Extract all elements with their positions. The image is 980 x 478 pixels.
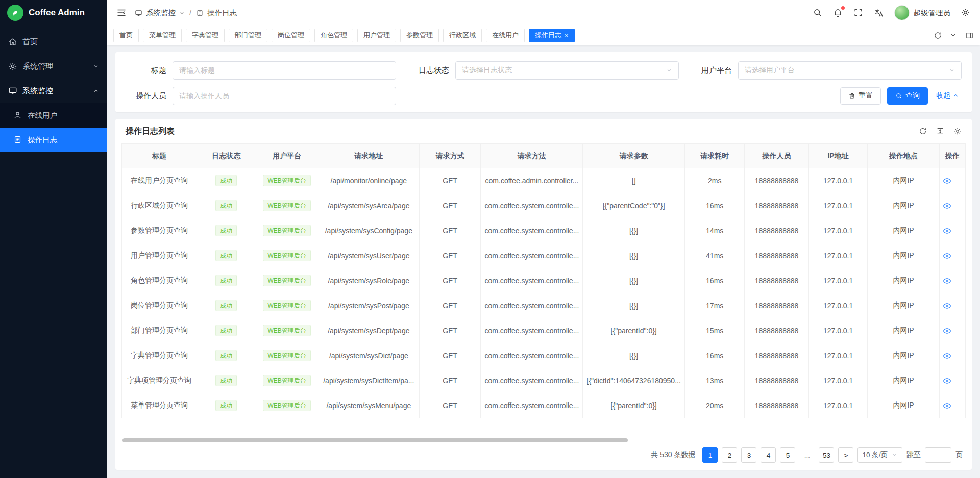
cell-location: 内网IP: [868, 368, 939, 393]
horizontal-scrollbar[interactable]: [122, 438, 965, 442]
refresh-icon[interactable]: [934, 31, 942, 40]
refresh-icon[interactable]: [919, 127, 927, 135]
column-settings-gear-icon[interactable]: [953, 127, 962, 135]
cell-url: /api/system/sysDept/page: [318, 318, 419, 343]
settings-gear-icon[interactable]: [961, 8, 971, 18]
page-button-4[interactable]: 4: [761, 447, 776, 463]
status-tag: 成功: [215, 175, 237, 186]
notifications-bell-icon[interactable]: [833, 8, 843, 18]
sidebar-item-operation-log[interactable]: 操作日志: [0, 128, 107, 152]
search-icon[interactable]: [813, 8, 823, 18]
page-button-5[interactable]: 5: [780, 447, 795, 463]
cell-url: /api/system/sysDictItem/pa...: [318, 368, 419, 393]
sidebar-item-system-management[interactable]: 系统管理: [0, 54, 107, 79]
log-icon: [13, 135, 22, 144]
reset-button[interactable]: 重置: [840, 87, 881, 105]
column-header: 日志状态: [197, 144, 256, 168]
platform-tag: WEB管理后台: [263, 325, 310, 336]
page-button-2[interactable]: 2: [722, 447, 737, 463]
view-detail-button[interactable]: [939, 218, 965, 243]
log-status-label: 日志状态: [408, 66, 455, 76]
view-detail-button[interactable]: [939, 318, 965, 343]
view-detail-button[interactable]: [939, 243, 965, 268]
translate-icon[interactable]: [874, 8, 884, 18]
next-page-button[interactable]: >: [838, 447, 853, 463]
tab-部门管理[interactable]: 部门管理: [229, 29, 267, 42]
tab-菜单管理[interactable]: 菜单管理: [143, 29, 182, 42]
tab-角色管理[interactable]: 角色管理: [314, 29, 353, 42]
table-header-row: 标题日志状态用户平台请求地址请求方式请求方法请求参数请求耗时操作人员IP地址操作…: [122, 144, 966, 168]
cell-handler: com.coffee.system.controlle...: [481, 293, 583, 318]
tab-行政区域[interactable]: 行政区域: [443, 29, 482, 42]
sidebar-item-label: 操作日志: [28, 135, 57, 145]
user-platform-select[interactable]: 请选择用户平台: [738, 61, 962, 80]
tab-字典管理[interactable]: 字典管理: [186, 29, 225, 42]
view-detail-button[interactable]: [939, 368, 965, 393]
sidebar-item-system-monitor[interactable]: 系统监控: [0, 79, 107, 103]
tab-首页[interactable]: 首页: [113, 29, 139, 42]
column-header: 请求耗时: [685, 144, 745, 168]
tab-参数管理[interactable]: 参数管理: [400, 29, 439, 42]
view-detail-button[interactable]: [939, 168, 965, 193]
sidebar-item-online-users[interactable]: 在线用户: [0, 103, 107, 128]
table-body: 在线用户分页查询成功WEB管理后台/api/monitor/online/pag…: [122, 168, 966, 418]
view-detail-button[interactable]: [939, 343, 965, 368]
view-detail-button[interactable]: [939, 268, 965, 293]
breadcrumb: 系统监控 / 操作日志: [135, 8, 237, 18]
page-button-53[interactable]: 53: [819, 447, 834, 463]
page-size-select[interactable]: 10 条/页: [857, 447, 902, 463]
status-tag: 成功: [215, 200, 237, 211]
eye-icon: [943, 401, 962, 410]
tab-close-icon[interactable]: ×: [565, 32, 569, 39]
cell-params: [{}]: [583, 293, 685, 318]
breadcrumb-parent[interactable]: 系统监控: [146, 8, 176, 18]
cell-operator: 18888888888: [745, 393, 809, 418]
cell-method: GET: [419, 343, 481, 368]
sidebar-item-home[interactable]: 首页: [0, 30, 107, 54]
tab-岗位管理[interactable]: 岗位管理: [272, 29, 310, 42]
view-detail-button[interactable]: [939, 293, 965, 318]
sidebar-menu: 首页 系统管理 系统监控 在线用户: [0, 30, 107, 152]
tab-在线用户[interactable]: 在线用户: [486, 29, 525, 42]
page-button-1[interactable]: 1: [702, 447, 718, 463]
status-tag: 成功: [215, 300, 237, 311]
scrollbar-thumb[interactable]: [122, 438, 628, 442]
fullscreen-icon[interactable]: [853, 8, 864, 18]
jump-page-input[interactable]: [925, 447, 951, 463]
monitor-icon: [135, 9, 142, 17]
cell-url: /api/system/sysRole/page: [318, 268, 419, 293]
gear-icon: [8, 62, 17, 71]
view-detail-button[interactable]: [939, 393, 965, 418]
table-row: 角色管理分页查询成功WEB管理后台/api/system/sysRole/pag…: [122, 268, 966, 293]
row-height-icon[interactable]: [936, 127, 944, 135]
cell-title: 在线用户分页查询: [122, 168, 197, 193]
chevron-up-icon: [93, 88, 99, 94]
view-detail-button[interactable]: [939, 193, 965, 218]
query-button[interactable]: 查询: [887, 87, 928, 105]
tab-操作日志[interactable]: 操作日志×: [529, 29, 575, 42]
operator-input[interactable]: [179, 92, 389, 100]
cell-platform: WEB管理后台: [256, 343, 318, 368]
column-header: 请求方式: [419, 144, 481, 168]
chevron-down-icon[interactable]: [949, 31, 958, 40]
cell-platform: WEB管理后台: [256, 168, 318, 193]
platform-tag: WEB管理后台: [263, 175, 310, 186]
log-status-select[interactable]: 请选择日志状态: [455, 61, 679, 80]
collapse-menu-icon[interactable]: [116, 8, 127, 18]
user-menu[interactable]: 超级管理员: [894, 5, 951, 20]
top-header: 系统监控 / 操作日志: [107, 0, 980, 26]
page-button-3[interactable]: 3: [741, 447, 756, 463]
cell-params: []: [583, 168, 685, 193]
layout-icon[interactable]: [965, 31, 974, 40]
column-header: 标题: [122, 144, 197, 168]
table-row: 在线用户分页查询成功WEB管理后台/api/monitor/online/pag…: [122, 168, 966, 193]
collapse-filter-button[interactable]: 收起: [934, 87, 962, 105]
cell-operator: 18888888888: [745, 193, 809, 218]
title-input[interactable]: [179, 66, 389, 74]
table-row: 岗位管理分页查询成功WEB管理后台/api/system/sysPost/pag…: [122, 293, 966, 318]
tab-用户管理[interactable]: 用户管理: [357, 29, 396, 42]
user-platform-label: 用户平台: [691, 66, 738, 76]
cell-operator: 18888888888: [745, 343, 809, 368]
eye-icon: [943, 276, 962, 285]
cell-url: /api/system/sysMenu/page: [318, 393, 419, 418]
